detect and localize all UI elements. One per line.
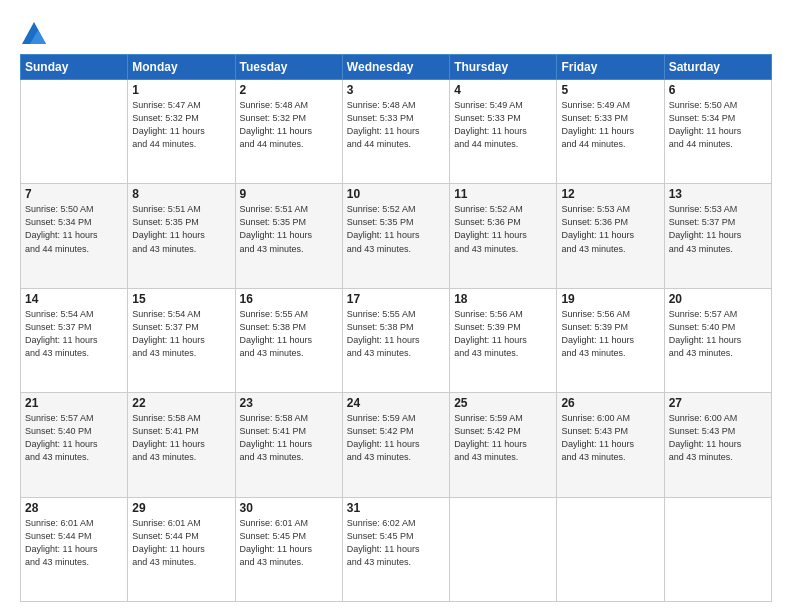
day-number: 10 [347, 187, 445, 201]
calendar-cell: 8Sunrise: 5:51 AMSunset: 5:35 PMDaylight… [128, 184, 235, 288]
day-number: 30 [240, 501, 338, 515]
day-info: Sunrise: 6:00 AMSunset: 5:43 PMDaylight:… [669, 412, 767, 464]
day-info: Sunrise: 5:51 AMSunset: 5:35 PMDaylight:… [240, 203, 338, 255]
logo [20, 20, 51, 48]
calendar-cell: 19Sunrise: 5:56 AMSunset: 5:39 PMDayligh… [557, 288, 664, 392]
day-number: 1 [132, 83, 230, 97]
day-number: 13 [669, 187, 767, 201]
day-info: Sunrise: 5:53 AMSunset: 5:37 PMDaylight:… [669, 203, 767, 255]
day-info: Sunrise: 5:59 AMSunset: 5:42 PMDaylight:… [347, 412, 445, 464]
day-number: 2 [240, 83, 338, 97]
day-info: Sunrise: 5:53 AMSunset: 5:36 PMDaylight:… [561, 203, 659, 255]
day-info: Sunrise: 5:51 AMSunset: 5:35 PMDaylight:… [132, 203, 230, 255]
day-number: 12 [561, 187, 659, 201]
logo-icon [20, 20, 48, 48]
day-number: 9 [240, 187, 338, 201]
calendar-cell: 27Sunrise: 6:00 AMSunset: 5:43 PMDayligh… [664, 393, 771, 497]
day-info: Sunrise: 5:48 AMSunset: 5:32 PMDaylight:… [240, 99, 338, 151]
day-number: 8 [132, 187, 230, 201]
calendar-cell: 9Sunrise: 5:51 AMSunset: 5:35 PMDaylight… [235, 184, 342, 288]
day-number: 11 [454, 187, 552, 201]
day-info: Sunrise: 6:00 AMSunset: 5:43 PMDaylight:… [561, 412, 659, 464]
week-row-3: 14Sunrise: 5:54 AMSunset: 5:37 PMDayligh… [21, 288, 772, 392]
day-number: 23 [240, 396, 338, 410]
day-number: 29 [132, 501, 230, 515]
day-info: Sunrise: 5:49 AMSunset: 5:33 PMDaylight:… [561, 99, 659, 151]
calendar-cell: 6Sunrise: 5:50 AMSunset: 5:34 PMDaylight… [664, 80, 771, 184]
day-number: 31 [347, 501, 445, 515]
day-info: Sunrise: 5:56 AMSunset: 5:39 PMDaylight:… [561, 308, 659, 360]
day-number: 19 [561, 292, 659, 306]
page: SundayMondayTuesdayWednesdayThursdayFrid… [0, 0, 792, 612]
calendar-cell: 12Sunrise: 5:53 AMSunset: 5:36 PMDayligh… [557, 184, 664, 288]
day-number: 3 [347, 83, 445, 97]
day-info: Sunrise: 5:58 AMSunset: 5:41 PMDaylight:… [240, 412, 338, 464]
day-number: 20 [669, 292, 767, 306]
column-header-thursday: Thursday [450, 55, 557, 80]
column-header-sunday: Sunday [21, 55, 128, 80]
day-info: Sunrise: 6:01 AMSunset: 5:45 PMDaylight:… [240, 517, 338, 569]
week-row-2: 7Sunrise: 5:50 AMSunset: 5:34 PMDaylight… [21, 184, 772, 288]
day-info: Sunrise: 5:54 AMSunset: 5:37 PMDaylight:… [132, 308, 230, 360]
calendar-cell: 7Sunrise: 5:50 AMSunset: 5:34 PMDaylight… [21, 184, 128, 288]
day-info: Sunrise: 5:54 AMSunset: 5:37 PMDaylight:… [25, 308, 123, 360]
day-number: 25 [454, 396, 552, 410]
day-info: Sunrise: 5:56 AMSunset: 5:39 PMDaylight:… [454, 308, 552, 360]
calendar-cell: 13Sunrise: 5:53 AMSunset: 5:37 PMDayligh… [664, 184, 771, 288]
day-number: 17 [347, 292, 445, 306]
day-info: Sunrise: 5:57 AMSunset: 5:40 PMDaylight:… [669, 308, 767, 360]
week-row-1: 1Sunrise: 5:47 AMSunset: 5:32 PMDaylight… [21, 80, 772, 184]
calendar-cell: 21Sunrise: 5:57 AMSunset: 5:40 PMDayligh… [21, 393, 128, 497]
day-info: Sunrise: 5:57 AMSunset: 5:40 PMDaylight:… [25, 412, 123, 464]
calendar-cell: 29Sunrise: 6:01 AMSunset: 5:44 PMDayligh… [128, 497, 235, 601]
calendar-cell: 26Sunrise: 6:00 AMSunset: 5:43 PMDayligh… [557, 393, 664, 497]
column-header-wednesday: Wednesday [342, 55, 449, 80]
day-number: 14 [25, 292, 123, 306]
day-info: Sunrise: 5:50 AMSunset: 5:34 PMDaylight:… [25, 203, 123, 255]
day-number: 26 [561, 396, 659, 410]
day-info: Sunrise: 5:52 AMSunset: 5:35 PMDaylight:… [347, 203, 445, 255]
day-info: Sunrise: 5:52 AMSunset: 5:36 PMDaylight:… [454, 203, 552, 255]
calendar-cell: 22Sunrise: 5:58 AMSunset: 5:41 PMDayligh… [128, 393, 235, 497]
day-number: 27 [669, 396, 767, 410]
calendar-cell: 10Sunrise: 5:52 AMSunset: 5:35 PMDayligh… [342, 184, 449, 288]
day-number: 4 [454, 83, 552, 97]
day-number: 5 [561, 83, 659, 97]
calendar-cell: 23Sunrise: 5:58 AMSunset: 5:41 PMDayligh… [235, 393, 342, 497]
day-number: 16 [240, 292, 338, 306]
calendar-cell [21, 80, 128, 184]
calendar-cell: 11Sunrise: 5:52 AMSunset: 5:36 PMDayligh… [450, 184, 557, 288]
day-info: Sunrise: 5:58 AMSunset: 5:41 PMDaylight:… [132, 412, 230, 464]
calendar-cell: 30Sunrise: 6:01 AMSunset: 5:45 PMDayligh… [235, 497, 342, 601]
calendar-cell: 28Sunrise: 6:01 AMSunset: 5:44 PMDayligh… [21, 497, 128, 601]
column-header-monday: Monday [128, 55, 235, 80]
day-info: Sunrise: 5:50 AMSunset: 5:34 PMDaylight:… [669, 99, 767, 151]
day-number: 15 [132, 292, 230, 306]
day-number: 24 [347, 396, 445, 410]
day-number: 18 [454, 292, 552, 306]
day-number: 7 [25, 187, 123, 201]
column-header-tuesday: Tuesday [235, 55, 342, 80]
day-info: Sunrise: 6:01 AMSunset: 5:44 PMDaylight:… [132, 517, 230, 569]
day-number: 22 [132, 396, 230, 410]
calendar-cell: 31Sunrise: 6:02 AMSunset: 5:45 PMDayligh… [342, 497, 449, 601]
day-info: Sunrise: 6:01 AMSunset: 5:44 PMDaylight:… [25, 517, 123, 569]
day-number: 21 [25, 396, 123, 410]
calendar-cell: 24Sunrise: 5:59 AMSunset: 5:42 PMDayligh… [342, 393, 449, 497]
calendar-cell: 4Sunrise: 5:49 AMSunset: 5:33 PMDaylight… [450, 80, 557, 184]
day-info: Sunrise: 5:48 AMSunset: 5:33 PMDaylight:… [347, 99, 445, 151]
calendar-cell: 2Sunrise: 5:48 AMSunset: 5:32 PMDaylight… [235, 80, 342, 184]
day-number: 28 [25, 501, 123, 515]
calendar-cell [557, 497, 664, 601]
calendar-cell: 1Sunrise: 5:47 AMSunset: 5:32 PMDaylight… [128, 80, 235, 184]
calendar-header-row: SundayMondayTuesdayWednesdayThursdayFrid… [21, 55, 772, 80]
calendar-table: SundayMondayTuesdayWednesdayThursdayFrid… [20, 54, 772, 602]
day-number: 6 [669, 83, 767, 97]
column-header-friday: Friday [557, 55, 664, 80]
calendar-cell [450, 497, 557, 601]
calendar-cell: 18Sunrise: 5:56 AMSunset: 5:39 PMDayligh… [450, 288, 557, 392]
column-header-saturday: Saturday [664, 55, 771, 80]
calendar-cell: 14Sunrise: 5:54 AMSunset: 5:37 PMDayligh… [21, 288, 128, 392]
day-info: Sunrise: 6:02 AMSunset: 5:45 PMDaylight:… [347, 517, 445, 569]
calendar-cell: 5Sunrise: 5:49 AMSunset: 5:33 PMDaylight… [557, 80, 664, 184]
